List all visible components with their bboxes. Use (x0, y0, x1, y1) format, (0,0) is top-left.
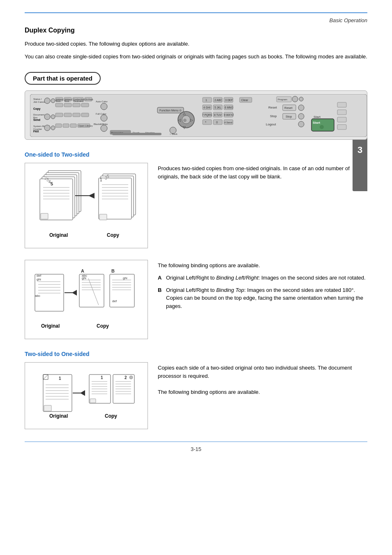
svg-point-24 (44, 114, 50, 120)
svg-text:3: 3 (46, 178, 49, 182)
svg-text:4 GHI: 4 GHI (203, 106, 210, 109)
svg-text:Start: Start (314, 115, 321, 119)
svg-text:◎: ◎ (183, 118, 187, 122)
svg-text:Stop: Stop (270, 114, 277, 118)
svg-text:Program: Program (278, 98, 287, 101)
binding-options-list: A Original Left/Right to Binding Left/Ri… (158, 274, 367, 310)
svg-point-25 (51, 115, 55, 119)
binding-b-text: Original Left/Right to Binding Top: Imag… (166, 286, 367, 310)
svg-text:1: 1 (205, 99, 207, 102)
svg-rect-37 (70, 124, 76, 127)
svg-text:▷: ▷ (190, 118, 193, 122)
one-to-two-desc-text: Produces two-sided copies from one-sided… (158, 164, 367, 182)
svg-text:2 ABC: 2 ABC (214, 99, 222, 102)
svg-rect-19 (73, 103, 80, 107)
svg-text:5: 5 (51, 181, 53, 186)
svg-text:def: def (112, 299, 117, 303)
svg-text:Copy: Copy (107, 232, 119, 238)
svg-text:Function Menu ⊙: Function Menu ⊙ (159, 109, 182, 112)
binding-diagram-box: ghi def abc A ghi (25, 260, 148, 339)
svg-text:Job Cancel: Job Cancel (33, 101, 46, 103)
two-sided-to-one-sided-content: 1 1 (25, 362, 367, 429)
svg-rect-195 (90, 399, 96, 403)
svg-text:△: △ (183, 111, 186, 116)
two-to-one-desc2: The following binding options are availa… (158, 388, 367, 397)
svg-text:Clear: Clear (241, 99, 248, 102)
svg-rect-17 (55, 103, 63, 107)
panel-svg: Status / Job Cancel Copy Address Book Ad… (30, 94, 367, 137)
intro-text-2: You can also create single-sided copies … (25, 53, 367, 61)
svg-rect-140 (99, 214, 107, 220)
svg-point-98 (298, 113, 304, 119)
svg-point-100 (298, 121, 304, 127)
svg-rect-108 (337, 125, 346, 130)
svg-text:6 MNO: 6 MNO (225, 106, 233, 109)
svg-text:Reset: Reset (284, 106, 293, 110)
svg-rect-109 (112, 133, 161, 135)
svg-point-34 (51, 126, 55, 130)
svg-text:Open Library: Open Library (78, 125, 93, 127)
svg-text:Auto-Color: Auto-Color (96, 100, 108, 103)
one-sided-to-two-sided-content: 5 4 3 2 1 (25, 163, 367, 248)
svg-text:On Hook: On Hook (85, 98, 93, 101)
svg-rect-105 (337, 102, 346, 107)
svg-text:Original: Original (49, 232, 68, 238)
svg-point-89 (292, 96, 298, 102)
svg-point-103 (320, 125, 324, 129)
one-to-two-diagram-box: 5 4 3 2 1 (25, 163, 148, 248)
svg-rect-20 (81, 103, 89, 107)
svg-point-4 (51, 99, 55, 103)
svg-rect-83 (213, 120, 222, 125)
svg-text:Original: Original (49, 413, 68, 419)
binding-b-letter: B (158, 286, 164, 310)
one-to-two-description: Produces two-sided copies from one-sided… (158, 163, 367, 248)
subsection-title-2: Two-sided to One-sided (25, 351, 367, 357)
svg-text:Copy: Copy (97, 323, 109, 329)
svg-rect-130 (99, 178, 131, 219)
svg-text:*: * (205, 120, 206, 124)
svg-rect-18 (64, 103, 71, 107)
svg-rect-29 (81, 113, 89, 117)
svg-text:Start: Start (313, 121, 321, 125)
binding-options-description: The following binding options are availa… (158, 260, 367, 339)
svg-text:FAX: FAX (33, 130, 39, 133)
one-to-two-svg: 5 4 3 2 1 (31, 169, 141, 241)
binding-options-intro: The following binding options are availa… (158, 261, 367, 270)
svg-point-45 (101, 125, 107, 132)
svg-text:# Send: # Send (224, 121, 232, 124)
svg-rect-28 (73, 113, 80, 117)
svg-text:Black&White: Black&White (94, 123, 108, 125)
svg-rect-61 (203, 97, 212, 102)
svg-text:0: 0 (216, 121, 218, 124)
page-number: 3-15 (25, 446, 367, 452)
svg-rect-81 (203, 120, 212, 125)
page-header-title: Basic Operation (330, 17, 368, 23)
svg-text:Send: Send (33, 118, 40, 121)
svg-text:Copy: Copy (105, 413, 117, 419)
svg-text:A: A (81, 268, 84, 273)
svg-text:3: 3 (105, 176, 107, 180)
svg-rect-125 (41, 213, 48, 219)
svg-text:B: B (111, 268, 115, 273)
two-to-one-diagram-box: 1 1 (25, 362, 148, 429)
svg-point-90 (299, 97, 303, 101)
binding-options-content: ghi def abc A ghi (25, 260, 367, 339)
svg-text:Book: Book (65, 100, 69, 102)
svg-text:Document /: Document / (33, 113, 46, 116)
svg-text:4: 4 (48, 180, 51, 184)
svg-rect-27 (64, 113, 71, 117)
svg-point-94 (298, 105, 304, 111)
svg-text:9 WXYZ: 9 WXYZ (224, 113, 234, 116)
two-to-one-description: Copies each side of a two-sided original… (158, 362, 367, 429)
subsection-title-1: One-sided to Two-sided (25, 151, 367, 158)
svg-text:2: 2 (44, 176, 47, 180)
svg-rect-107 (337, 117, 346, 122)
svg-text:ghi: ghi (37, 278, 41, 281)
part-operated-badge: Part that is operated (25, 72, 101, 85)
svg-text:Status /: Status / (33, 98, 42, 100)
intro-text-1: Produce two-sided copies. The following … (25, 40, 367, 49)
binding-svg: ghi def abc A ghi (31, 266, 141, 332)
svg-text:Destination: Destination (74, 100, 84, 102)
two-to-one-desc: Copies each side of a two-sided original… (158, 364, 367, 381)
svg-text:Book: Book (56, 100, 61, 102)
